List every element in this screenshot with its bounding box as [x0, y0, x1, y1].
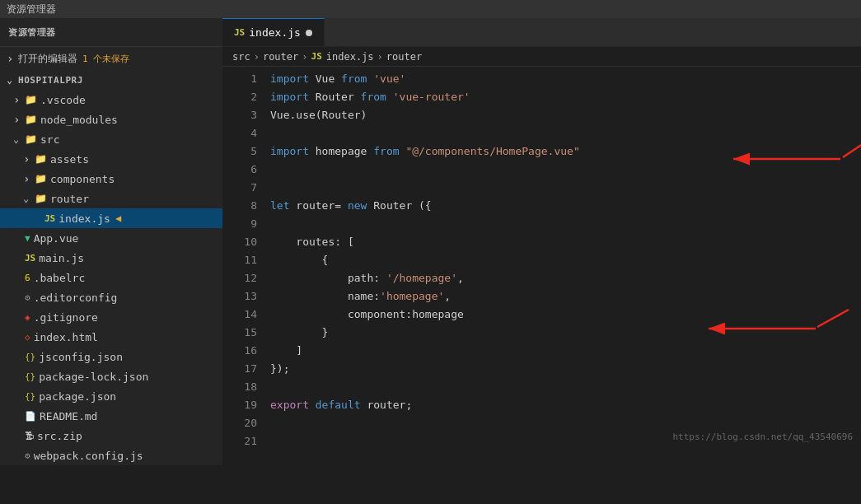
jsconfig-json-label: jsconfig.json	[39, 351, 123, 363]
package-lock-json-label: package-lock.json	[39, 371, 148, 383]
webpack-label: webpack.config.js	[34, 450, 143, 462]
tree-item-babelrc[interactable]: 6 .babelrc	[0, 268, 222, 287]
tree-item-node-modules[interactable]: 📁 node_modules	[0, 110, 222, 129]
editorconfig-label: .editorconfig	[34, 292, 118, 304]
tree-item-webpack[interactable]: ⚙ webpack.config.js	[0, 446, 222, 465]
tree-item-editorconfig[interactable]: ⚙ .editorconfig	[0, 287, 222, 307]
open-editors-badge: 1 个未保存	[82, 53, 129, 65]
tab-bar: JS index.js	[222, 18, 861, 47]
components-chevron	[23, 172, 35, 185]
code-line-12: path: '/homepage',	[270, 269, 861, 287]
vue-file-icon: ▼	[25, 233, 30, 244]
src-label: src	[40, 133, 59, 146]
breadcrumb-sep-2: ›	[302, 51, 307, 63]
tree-item-jsconfig-json[interactable]: {} jsconfig.json	[0, 347, 222, 366]
code-line-16: ]	[270, 342, 861, 360]
node-modules-label: node_modules	[40, 114, 118, 126]
code-line-3: Vue.use(Router)	[270, 106, 861, 124]
tree-item-package-lock-json[interactable]: {} package-lock.json	[0, 366, 222, 386]
tree-item-vscode[interactable]: 📁 .vscode	[0, 90, 222, 110]
code-line-8: let router= new Router ({	[270, 197, 861, 215]
code-line-11: {	[270, 251, 861, 269]
topbar-title: 资源管理器	[7, 2, 56, 16]
assets-chevron	[23, 152, 35, 166]
tab-index-js[interactable]: JS index.js	[222, 18, 325, 46]
line-numbers: 1 2 3 4 5 6 7 8 9 10 11 12 13 14 15 16 1	[222, 67, 264, 465]
breadcrumb-symbol: router	[386, 51, 422, 63]
src-chevron	[13, 133, 25, 145]
main-js-label: main.js	[39, 252, 84, 264]
code-line-15: }	[270, 324, 861, 342]
breadcrumb: src › router › JS index.js › router	[222, 47, 861, 67]
folder-icon: 📁	[35, 173, 47, 184]
code-line-18	[270, 378, 861, 396]
zip-file-icon: 🗜	[25, 431, 34, 441]
tree-item-index-js[interactable]: JS index.js ◀	[0, 208, 222, 228]
main-area: 资源管理器 打开的编辑器 1 个未保存 HOSPITALPRJ 📁	[0, 18, 861, 465]
file-tree: HOSPITALPRJ 📁 .vscode 📁 node_modules	[0, 70, 222, 465]
md-file-icon: 📄	[25, 411, 36, 422]
folder-icon: 📁	[25, 133, 37, 145]
open-editors-section[interactable]: 打开的编辑器 1 个未保存	[0, 47, 222, 70]
topbar: 资源管理器	[0, 0, 861, 18]
node-modules-chevron	[13, 113, 25, 126]
code-line-2: import Router from 'vue-router'	[270, 88, 861, 106]
code-area[interactable]: 1 2 3 4 5 6 7 8 9 10 11 12 13 14 15 16 1	[222, 67, 861, 465]
breadcrumb-js-icon: JS	[311, 51, 322, 62]
breadcrumb-src: src	[232, 51, 250, 63]
tree-item-src-zip[interactable]: 🗜 src.zip	[0, 426, 222, 446]
editorconfig-icon: ⚙	[25, 292, 30, 303]
code-line-1: import Vue from 'vue'	[270, 70, 861, 88]
code-line-5: import homepage from "@/components/HomeP…	[270, 142, 861, 161]
sidebar-header-title: 资源管理器	[8, 26, 56, 39]
code-line-6	[270, 161, 861, 179]
tree-item-components[interactable]: 📁 components	[0, 169, 222, 189]
code-line-19: export default router;	[270, 396, 861, 414]
vscode-chevron	[13, 93, 25, 106]
js-file-icon: JS	[44, 213, 55, 224]
git-file-icon: ◈	[25, 312, 30, 323]
open-editors-label: 打开的编辑器	[18, 52, 77, 66]
tree-item-index-html[interactable]: ◇ index.html	[0, 327, 222, 347]
app-vue-label: App.vue	[34, 232, 79, 245]
root-chevron	[7, 74, 18, 86]
code-line-4	[270, 124, 861, 142]
open-editors-chevron	[7, 52, 18, 65]
sidebar-root[interactable]: HOSPITALPRJ	[0, 70, 222, 90]
tree-item-main-js[interactable]: JS main.js	[0, 248, 222, 268]
breadcrumb-sep-3: ›	[377, 51, 383, 63]
index-html-label: index.html	[34, 331, 98, 343]
tab-label: index.js	[249, 26, 301, 39]
src-zip-label: src.zip	[37, 430, 82, 442]
tree-item-package-json[interactable]: {} package.json	[0, 386, 222, 406]
tree-item-app-vue[interactable]: ▼ App.vue	[0, 228, 222, 248]
code-line-17: });	[270, 360, 861, 378]
gear-file-icon: ⚙	[25, 450, 30, 461]
tree-item-src[interactable]: 📁 src	[0, 129, 222, 149]
breadcrumb-file: index.js	[326, 51, 374, 63]
html-file-icon: ◇	[25, 332, 30, 343]
readme-label: README.md	[40, 410, 97, 422]
arrow-indicator: ◀	[115, 212, 121, 224]
router-chevron	[23, 193, 35, 204]
vscode-label: .vscode	[40, 94, 86, 106]
folder-icon: 📁	[35, 193, 47, 204]
code-content: import Vue from 'vue' import Router from…	[264, 67, 861, 465]
app-window: 资源管理器 资源管理器 打开的编辑器 1 个未保存 HOSPITALPRJ	[0, 0, 861, 465]
tree-item-router[interactable]: 📁 router	[0, 189, 222, 208]
babelrc-label: .babelrc	[34, 272, 86, 284]
breadcrumb-sep-1: ›	[254, 51, 260, 63]
tree-item-readme[interactable]: 📄 README.md	[0, 406, 222, 426]
code-line-20	[270, 414, 861, 432]
components-label: components	[50, 173, 115, 185]
gitignore-label: .gitignore	[34, 311, 98, 324]
tree-item-gitignore[interactable]: ◈ .gitignore	[0, 307, 222, 327]
package-json-label: package.json	[39, 390, 116, 403]
sidebar: 资源管理器 打开的编辑器 1 个未保存 HOSPITALPRJ 📁	[0, 18, 222, 465]
tab-modified-dot	[306, 30, 312, 36]
root-label: HOSPITALPRJ	[18, 75, 83, 86]
index-js-label: index.js	[58, 212, 110, 225]
tree-item-assets[interactable]: 📁 assets	[0, 149, 222, 169]
code-line-9	[270, 215, 861, 233]
editor-area: JS index.js src › router › JS index.js ›…	[222, 18, 861, 465]
